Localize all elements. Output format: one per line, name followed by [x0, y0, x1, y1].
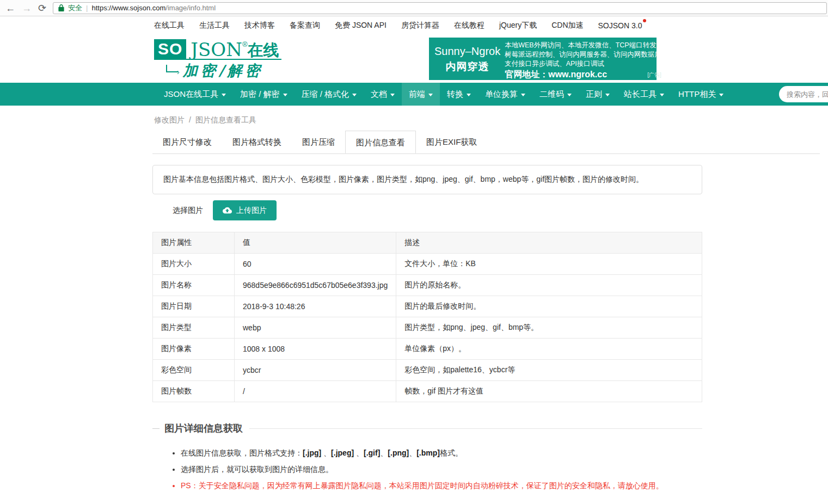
menu-label: HTTP相关: [678, 89, 716, 100]
address-bar[interactable]: 安全 | https://www.sojson.com/image/info.h…: [53, 2, 827, 14]
section-title: 图片详细信息获取: [164, 422, 243, 435]
menu-docs[interactable]: 文档: [364, 83, 402, 106]
forward-icon[interactable]: →: [22, 3, 32, 13]
note-text: 在线图片信息获取，图片格式支持：: [181, 448, 303, 457]
chevron-down-icon: [390, 94, 395, 96]
cell-desc: 单位像素（px）。: [396, 339, 702, 360]
search-input[interactable]: [779, 86, 828, 102]
topnav-tech-blog[interactable]: 技术博客: [244, 21, 275, 30]
ad-website-url: www.ngrok.cc: [548, 70, 607, 79]
tab-exif[interactable]: 图片EXIF获取: [416, 131, 487, 153]
top-links-nav: 在线工具 生活工具 技术博客 备案查询 免费 JSON API 房贷计算器 在线…: [0, 16, 828, 35]
note-formats: 在线图片信息获取，图片格式支持：[.jpg] 、[.jpeg] 、[.gif]、…: [181, 448, 702, 458]
menu-label: 单位换算: [485, 89, 518, 100]
cell-desc: 文件大小，单位：KB: [396, 254, 702, 275]
breadcrumb-current[interactable]: 图片信息查看工具: [195, 115, 256, 124]
menu-label: 转换: [447, 89, 463, 100]
topnav-online-tools[interactable]: 在线工具: [154, 21, 185, 30]
menu-label: 站长工具: [624, 89, 657, 100]
topnav-online-tutorials[interactable]: 在线教程: [454, 21, 484, 30]
note-sep: 、: [380, 448, 388, 457]
topnav-sojson3[interactable]: SOJSON 3.0: [598, 21, 642, 30]
topnav-cdn[interactable]: CDN加速: [551, 21, 583, 30]
ad-website-label: 官网地址：: [505, 70, 548, 79]
cell-desc: 图片的最后修改时间。: [396, 296, 702, 317]
menu-label: 正则: [586, 89, 602, 100]
table-row: 图片大小 60 文件大小，单位：KB: [153, 254, 702, 275]
tab-resize[interactable]: 图片尺寸修改: [152, 131, 222, 153]
site-header: SO JSON ® 在线 › 加密/解密 Sunny–Ngrok 内网穿透 本地…: [0, 35, 828, 83]
topnav-free-json-api[interactable]: 免费 JSON API: [335, 21, 387, 30]
arrow-right-icon: ›: [177, 67, 180, 76]
table-row: 图片名称 968d5e9e866c6951d5c67b05e6e3f393.jp…: [153, 275, 702, 296]
security-label: 安全: [68, 3, 82, 13]
cell-prop: 图片帧数: [153, 381, 235, 402]
topnav-life-tools[interactable]: 生活工具: [199, 21, 230, 30]
cell-desc: 图片类型，如png、jpeg、gif、bmp等。: [396, 317, 702, 339]
ad-line2: 树莓派远程控制、访问内网服务器、访问内网数据库: [505, 50, 661, 59]
browser-toolbar: ← → ⟳ 安全 | https://www.sojson.com/image/…: [0, 0, 828, 16]
menu-http[interactable]: HTTP相关: [671, 83, 731, 106]
intro-well: 图片基本信息包括图片格式、图片大小、色彩模型，图片像素，图片类型，如png、jp…: [152, 165, 702, 194]
menu-encrypt-decrypt[interactable]: 加密 / 解密: [233, 83, 295, 106]
chevron-down-icon: [352, 94, 357, 96]
ngrok-ad-banner[interactable]: Sunny–Ngrok 内网穿透 本地WEB外网访问、本地开发微信、TCP端口转…: [429, 38, 657, 80]
chevron-down-icon: [567, 94, 572, 96]
topnav-mortgage-calculator[interactable]: 房贷计算器: [401, 21, 439, 30]
note-privacy: PS：关于安全隐私问题，因为经常有网上暴露图片隐私问题，本站采用图片固定时间内自…: [181, 481, 702, 491]
tab-image-info[interactable]: 图片信息查看: [345, 131, 416, 153]
tab-compress[interactable]: 图片压缩: [292, 131, 345, 153]
menu-compress-format[interactable]: 压缩 / 格式化: [295, 83, 364, 106]
menu-label: 加密 / 解密: [240, 89, 280, 100]
menu-unit-convert[interactable]: 单位换算: [478, 83, 532, 106]
chevron-down-icon: [222, 94, 226, 96]
choose-image-label: 选择图片: [173, 206, 203, 216]
menu-qrcode[interactable]: 二维码: [532, 83, 579, 106]
reload-icon[interactable]: ⟳: [38, 3, 46, 13]
back-icon[interactable]: ←: [5, 3, 15, 13]
format-gif: [.gif]: [364, 448, 380, 457]
note-text: 格式。: [440, 448, 463, 457]
menu-convert[interactable]: 转换: [440, 83, 478, 106]
cell-prop: 彩色空间: [153, 360, 235, 381]
cell-value: /: [235, 381, 396, 402]
topnav-jquery-download[interactable]: jQuery下载: [499, 21, 537, 30]
cell-value: 1008 x 1008: [235, 339, 396, 360]
cell-prop: 图片日期: [153, 296, 235, 317]
cell-desc: 彩色空间，如palette16、ycbcr等: [396, 360, 702, 381]
format-bmp: [.bmp]: [416, 448, 440, 457]
sojson-logo[interactable]: SO JSON ® 在线 › 加密/解密: [154, 39, 281, 81]
logo-json-text: JSON: [191, 41, 242, 58]
cell-desc: 图片的原始名称。: [396, 275, 702, 296]
table-header-row: 图片属性 值 描述: [153, 232, 702, 254]
cell-value: 60: [235, 254, 396, 275]
logo-zaixian-text: 在线: [248, 42, 279, 58]
logo-arrow-connector: [166, 65, 178, 72]
url-separator: |: [86, 4, 88, 12]
header-prop: 图片属性: [153, 232, 235, 254]
legend-right-line: [249, 428, 702, 429]
topnav-icp-lookup[interactable]: 备案查询: [290, 21, 320, 30]
menu-frontend[interactable]: 前端: [402, 83, 440, 106]
menu-json-tools[interactable]: JSON在线工具: [157, 83, 233, 106]
upload-image-button[interactable]: 上传图片: [213, 200, 277, 220]
table-row: 彩色空间 ycbcr 彩色空间，如palette16、ycbcr等: [153, 360, 702, 381]
breadcrumb-parent[interactable]: 修改图片: [154, 115, 185, 124]
menu-regex[interactable]: 正则: [579, 83, 617, 106]
cell-prop: 图片大小: [153, 254, 235, 275]
details-section-header: 图片详细信息获取: [152, 422, 702, 435]
menu-label: 前端: [409, 89, 425, 100]
tab-format-convert[interactable]: 图片格式转换: [222, 131, 292, 153]
breadcrumb: 修改图片/图片信息查看工具: [154, 115, 828, 125]
registered-mark-icon: ®: [242, 40, 248, 48]
chevron-down-icon: [660, 94, 664, 96]
note-sep: 、: [354, 448, 364, 457]
main-menubar: JSON在线工具 加密 / 解密 压缩 / 格式化 文档 前端 转换 单位换算 …: [0, 83, 828, 106]
table-row: 图片像素 1008 x 1008 单位像素（px）。: [153, 339, 702, 360]
format-png: [.png]: [388, 448, 409, 457]
menu-webmaster-tools[interactable]: 站长工具: [617, 83, 671, 106]
breadcrumb-separator: /: [189, 115, 191, 124]
header-desc: 描述: [396, 232, 702, 254]
cell-value: 2018-9-3 10:48:26: [235, 296, 396, 317]
cell-prop: 图片名称: [153, 275, 235, 296]
